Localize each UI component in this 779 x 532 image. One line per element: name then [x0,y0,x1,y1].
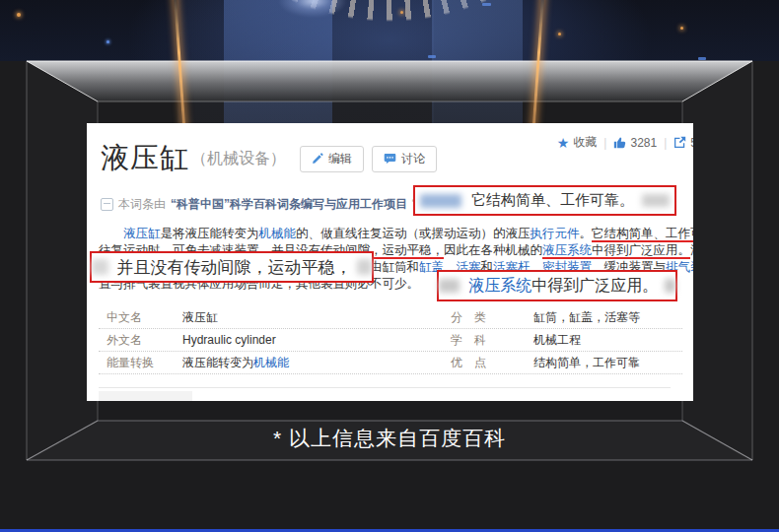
info-value: Hydraulic cylinder [182,333,451,347]
text-segment: 。 [580,227,593,240]
info-label: 学 科 [451,332,533,349]
spark-dot [558,33,561,35]
text-segment: 液压缸输出力和活 [690,243,693,257]
like-count: 3281 [630,136,657,150]
spark-dot [106,40,109,43]
entry-badge-icon [101,198,113,211]
share-icon [673,136,686,149]
spark-dash [482,3,491,6]
text-segment: 中得到广泛应用。 [592,243,690,259]
info-row: 中文名液压缸分 类缸筒，缸盖，活塞等 [99,306,682,329]
blurred-text [420,194,461,208]
text-segment: 中得到广泛应用。 [531,277,658,294]
info-value: 液压能转变为机械能 [182,355,451,371]
spark-dot [680,27,683,30]
article-header: 液压缸 （机械设备） 编辑 讨论 [101,139,437,178]
section-divider [99,387,671,388]
basic-info-table: 中文名液压缸分 类缸筒，缸盖，活塞等外文名Hydraulic cylinder学… [99,306,682,374]
byline-prefix: 本词条由 [118,196,166,213]
red-callout-box: 它结构简单、工作可靠。 [413,185,676,216]
red-callout-box: 并且没有传动间隙，运动平稳， [90,251,374,283]
text-segment: 并且没有传动间隙，运动平稳， [116,258,351,277]
byline: 本词条由 “科普中国”科学百科词条编写与应用工作项目 审核 。 [101,196,451,213]
favorite-label: 收藏 [573,134,597,151]
text-segment: 是将液压能转变为 [161,227,259,240]
inline-link[interactable]: 执行元件 [531,227,580,240]
info-label: 外文名 [106,332,182,349]
like-button[interactable]: 3281 [613,136,657,150]
info-value: 缸筒，缸盖，活塞等 [533,309,682,326]
favorite-button[interactable]: ★ 收藏 [557,134,598,151]
inline-link[interactable]: 液压缸 [123,227,161,240]
blurred-text [92,259,108,275]
edit-label: 编辑 [328,151,352,167]
spark-dash [428,55,436,58]
info-value: 结构简单，工作可靠 [533,355,682,371]
inline-link[interactable]: 液压系统 [468,277,531,294]
share-count: 5 [690,136,693,150]
toc-stub [99,391,192,401]
discuss-label: 讨论 [401,151,425,167]
inline-link[interactable]: 机械能 [259,227,297,240]
info-value: 机械工程 [533,332,682,349]
blurred-text [665,279,675,293]
text-segment: 机械工程 [533,333,581,347]
article-actions-bar: ★ 收藏 | 3281 | 5 [557,134,693,151]
spark-dot [17,13,21,17]
text-segment: 因此在各种机械的 [444,243,542,257]
text-segment: 液压能转变为 [182,356,253,369]
info-row: 能量转换液压能转变为机械能优 点结构简单，工作可靠 [99,352,682,374]
thumbs-up-icon [613,136,626,149]
spark-dot [400,11,403,14]
stage-sky-background [0,0,779,61]
inline-link[interactable]: 液压系统 [542,243,592,259]
text-segment: Hydraulic cylinder [182,333,276,347]
radial-tick-arc [133,0,646,34]
share-button[interactable]: 5 [673,136,693,150]
baike-article-card: ★ 收藏 | 3281 | 5 液压缸 （机械设备） 编辑 [87,123,693,401]
text-segment: 的、做直线往复运动（或摆动运动）的液压 [296,227,531,240]
text-segment: 它结构简单、工作可靠。 [471,191,634,208]
info-label: 能量转换 [106,355,182,371]
blurred-text [439,279,460,293]
byline-project-link[interactable]: “科普中国”科学百科词条编写与应用工作项目 [171,196,407,213]
pencil-icon [312,153,323,165]
info-value: 液压缸 [182,309,451,326]
text-segment: 缸筒，缸盖，活塞等 [533,310,640,324]
info-label: 中文名 [106,309,182,326]
callout-text: 它结构简单、工作可靠。 [471,191,634,210]
info-label: 优 点 [451,355,533,371]
text-segment: 液压缸 [182,310,218,324]
edit-button[interactable]: 编辑 [300,146,364,172]
star-icon: ★ [557,136,570,150]
page-subtitle: （机械设备） [191,149,286,169]
source-caption: * 以上信息来自百度百科 [0,425,779,452]
info-label: 分 类 [451,309,533,326]
text-segment: 它结构简单、工作可靠。 [592,227,693,242]
comment-icon [384,153,396,165]
stage-light-glow [278,0,347,18]
red-callout-box: 液压系统中得到广泛应用。 [437,270,677,301]
text-segment: 结构简单，工作可靠 [533,356,640,369]
blurred-text [642,194,670,207]
discuss-button[interactable]: 讨论 [372,146,437,172]
blurred-text [357,259,372,275]
page-title: 液压缸 [101,139,189,178]
callout-text: 并且没有传动间隙，运动平稳， [116,256,351,279]
divider: | [664,136,667,150]
callout-text: 液压系统中得到广泛应用。 [468,276,658,297]
inline-link[interactable]: 机械能 [253,356,289,369]
spark-dash [698,57,706,60]
paragraph-line: 液压缸是将液压能转变为机械能的、做直线往复运动（或摆动运动）的液压执行元件。它结… [99,226,684,242]
divider: | [603,136,606,150]
info-row: 外文名Hydraulic cylinder学 科机械工程 [99,329,682,352]
